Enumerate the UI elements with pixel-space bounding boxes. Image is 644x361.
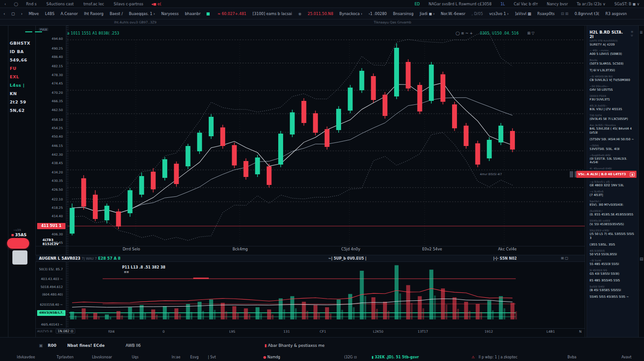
statusbar-item[interactable]: Lbvsksnoar xyxy=(92,355,112,359)
watchlist-item[interactable]: 2t2 59 xyxy=(10,100,26,104)
toolbar-item[interactable]: Bynackoca › xyxy=(339,12,362,16)
watchlist-item[interactable]: L4ss | xyxy=(10,83,25,88)
toolbar-item[interactable]: ≈ 60.027+.481 xyxy=(217,12,246,16)
detail-row[interactable]: 4l5.3l.3v0l5l~B3L V3Ll | LTV 4l5535 xyxy=(590,104,636,111)
divider-buttons[interactable]: ⊞ ▢ xyxy=(561,256,568,260)
menu-item[interactable]: SGaST: B ◼ ∨ xyxy=(614,2,640,6)
watchlist-item[interactable]: GBHSTX xyxy=(10,41,31,46)
detail-row[interactable]: ~(50VL53V5T5l0. 5l3L. 4l3l xyxy=(590,144,636,151)
watchlist-item[interactable]: KN xyxy=(10,91,17,96)
statusbar-item[interactable]: | Svt xyxy=(208,355,216,359)
menu-item[interactable]: Rnd s xyxy=(26,2,37,6)
toolbar-item[interactable]: A.Ceanor xyxy=(61,12,78,16)
toolbar-item[interactable]: Iht Raoorg xyxy=(84,12,104,16)
menu-item[interactable]: S4uctions cast xyxy=(46,2,74,6)
watchlist-item[interactable]: FU xyxy=(10,66,16,71)
menu-item[interactable]: Ta ar:/3s l23s ∨ xyxy=(577,2,606,6)
toolbar-item[interactable]: , D/05 xyxy=(472,12,483,16)
toolbar-item[interactable]: ⊟ ⊞ xyxy=(561,12,568,16)
statusbar-item[interactable]: Nbat fines! ECde xyxy=(67,343,105,348)
detail-row[interactable]: T| 6l V L3L3T35l) xyxy=(590,69,636,73)
toolbar-item[interactable]: ▢ xyxy=(11,12,15,16)
statusbar-item[interactable]: ldvkavdee xyxy=(17,355,35,359)
menu-item[interactable]: 1L xyxy=(500,2,505,6)
detail-row[interactable]: Rnc0s(50T3 5L4R5S. 5C503) xyxy=(590,59,636,66)
panel-menu-icon[interactable]: ≡ ∪ xyxy=(631,30,636,37)
toolbar-item[interactable]: ‹ xyxy=(4,12,5,16)
statusbar-alert[interactable]: ▮ Abar Bhanty & pestiaxss me xyxy=(264,343,325,348)
statusbar-item[interactable]: ▣ xyxy=(39,343,43,348)
symbol-tag[interactable]: FVLB xyxy=(39,28,48,31)
toolbar-item[interactable]: Buaeqqas. 1 › xyxy=(129,12,155,16)
sell-button[interactable] xyxy=(7,238,29,249)
detail-row[interactable]: ~ 4l5l. ~nvnnc.A00 5 L0VU1 (509E3) xyxy=(590,49,636,56)
detail-row[interactable]: 55l45 5l55 45l3l55 5l35 ~ xyxy=(590,295,636,299)
menu-item[interactable]: NAGar svs8rd L Rswmurd c£3058 xyxy=(429,2,491,6)
toolbar-item[interactable]: Bnsarsinsg xyxy=(393,12,414,16)
detail-row[interactable]: T35 53T4(0V3L45 5E 7l L3C5055P) xyxy=(590,114,636,121)
toolbar-item[interactable]: Mbve xyxy=(29,12,39,16)
statusbar-item[interactable]: R00 xyxy=(48,343,56,348)
collapse-panel-icon[interactable]: ≣ xyxy=(640,30,643,35)
toolbar-item[interactable]: Rsaxp0ts xyxy=(537,12,555,16)
detail-row[interactable]: 4l5 5l3l55l550 V53 55l3L3l55l xyxy=(590,250,636,257)
home-icon[interactable]: ◯ xyxy=(14,2,18,6)
statusbar-item[interactable]: Avavt xyxy=(621,355,632,359)
menu-item[interactable]: Nancy bvsr xyxy=(547,2,568,6)
detail-row[interactable]: 4vc.3cl5l5 / 5lvvnlcsB4L 53VL35E ( 45( B… xyxy=(590,124,636,134)
detail-row[interactable]: (3l55 53l5L. 35l5 xyxy=(590,243,636,247)
statusbar-item[interactable]: Esvg xyxy=(190,355,199,359)
menu-item[interactable]: Cal Vac b dlт xyxy=(514,2,538,6)
detail-row[interactable]: 55LL55l3 vl3l5l(/5 50 L5 7) 45L 53l55l5 … xyxy=(590,229,636,240)
statusbar-item[interactable]: Tprlavten xyxy=(57,355,73,359)
axis-zoom-label[interactable]: 1N.082 ⊡ xyxy=(56,329,75,334)
statusbar-item[interactable]: Bvba xyxy=(567,355,576,359)
watchlist-item[interactable]: 549,66 xyxy=(10,58,27,62)
toolbar-item[interactable]: ]aVsvl ▦ xyxy=(515,12,531,16)
detail-row[interactable]: 5vl55l 5l45l(B 45l 53l5E5 5l5l55l xyxy=(590,285,636,292)
toolbar-item[interactable]: L4BS xyxy=(45,12,54,16)
detail-row[interactable]: 5l 45l55l3 5l5G5 43l 53l55l 55l3l) xyxy=(590,269,636,276)
detail-row[interactable]: ~5l 5vl4l55 4B5 455l3l 55l5l xyxy=(590,259,636,266)
toolbar-item[interactable]: ◉ xyxy=(298,12,301,16)
detail-row[interactable]: (5vl35l3l /(0. E55 453l5.5E.453l55l3l55 xyxy=(590,210,636,217)
detail-row[interactable]: ~5l 4M3ll5l3N R0lCB 5UVL3L1 V| TV/50M3E0 xyxy=(590,75,636,82)
toolbar-item[interactable]: Naryoess xyxy=(161,12,179,16)
toolbar-item[interactable]: 25.011.50.N8 xyxy=(308,12,334,16)
toolbar-item[interactable]: › xyxy=(21,12,22,16)
alert-banner[interactable]: V5c. A AL5l | B.0 40 L4T5T3 B xyxy=(576,171,636,178)
toolbar-item[interactable]: R3 asgsvsn xyxy=(606,12,627,16)
layout-icon[interactable]: ▤ xyxy=(640,257,644,261)
menu-item[interactable]: trnsf.ac lec xyxy=(84,2,104,6)
menu-item[interactable]: ED xyxy=(414,2,420,6)
statusbar-item[interactable]: ⚠ xyxy=(472,355,475,359)
toolbar-item[interactable]: [3100] eams b lacsai xyxy=(253,12,292,16)
detail-row[interactable]: (5T50V 50l. l45l4:l4l 50:l50 ~ xyxy=(590,138,636,142)
detail-row[interactable]: ~g 5l3vv5 L vl5 ~GE 4B03 32l2 1NV 53L xyxy=(590,180,636,188)
toolbar-item[interactable]: Nor.W.-6ewsr xyxy=(441,12,466,16)
watchlist-item[interactable]: EXL xyxy=(10,74,19,79)
toolbar-item[interactable]: Baest / xyxy=(110,12,123,16)
detail-row[interactable]: 5gvl3vl /E5V). 3l0 M7v5l35l43l: xyxy=(590,200,636,207)
watchlist-item[interactable]: ID BA xyxy=(10,49,24,54)
toolbar-item[interactable]: bhaanbr xyxy=(185,12,200,16)
toolbar-item[interactable]: 0.8gnrvvt t3( xyxy=(575,12,599,16)
statusbar-item[interactable]: AWB ll6 xyxy=(126,343,141,348)
detail-row[interactable]: E5 4B5 3l55l45 55l5 xyxy=(590,279,636,283)
menu-item[interactable]: Silavs c-partnss xyxy=(114,2,143,6)
statusbar-item[interactable]: ln:ae xyxy=(172,355,180,359)
detail-row[interactable]: ~v 5L45v5(7 4l53T| xyxy=(590,190,636,197)
chart-view-buttons[interactable]: ⊞ ▽ xyxy=(527,31,534,35)
statusbar-item[interactable]: ● Namdg xyxy=(263,355,280,359)
statusbar-item[interactable]: Uqs xyxy=(132,355,138,359)
statusbar-item[interactable]: ll p wbp: 1 | a zkoptec xyxy=(479,355,518,359)
detail-row[interactable]: ~5vg0l5v0l.4ll5l(0l 535T3l. 53L 55l4L5l3… xyxy=(590,154,636,165)
detail-row[interactable]: l30l0l3 F50l4F3U 5UVL3T1 xyxy=(590,95,636,102)
toolbar-item[interactable]: ‹1 .00280 xyxy=(368,12,387,16)
watchlist-item[interactable]: 5N,62 xyxy=(10,108,25,113)
detail-row[interactable]: 55l45v35 vvl0l3(V. 55l 453E55l35V5l5) xyxy=(590,219,636,227)
chart-controls[interactable]: ◯ ≋ ~ + xyxy=(456,31,473,35)
detail-row[interactable]: ~50 55lcv0lv~G4V 50 L05T5S xyxy=(590,85,636,92)
back-icon[interactable]: ‹ xyxy=(4,2,6,6)
mini-popover[interactable] xyxy=(12,250,27,265)
